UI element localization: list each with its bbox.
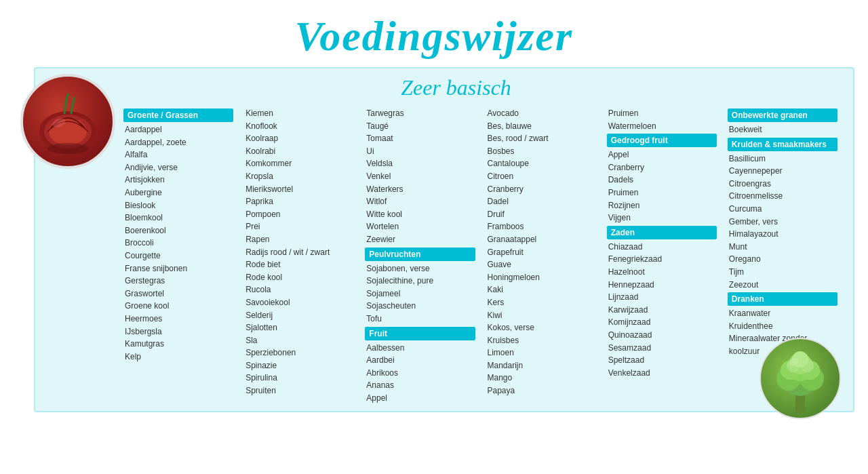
list-item: Grapefruit — [486, 246, 596, 259]
list-item: Aardappel — [123, 123, 233, 136]
list-item: Limoen — [486, 347, 596, 359]
list-item: Hennepzaad — [607, 279, 717, 292]
list-item: Witte kool — [365, 208, 475, 221]
column-4: AvocadoBes, blauweBes, rood / zwartBosbe… — [481, 107, 601, 397]
list-item: Savooiekool — [244, 296, 354, 309]
list-item: Kamutgras — [123, 338, 233, 351]
list-item: Pruimen — [607, 186, 717, 199]
list-item: Aubergine — [123, 186, 233, 199]
page-wrapper: Voedingswijzer Zeer basisch — [0, 0, 868, 474]
list-item: Kropsla — [244, 170, 354, 183]
list-item: Prei — [244, 220, 354, 233]
list-item: Groene kool — [123, 300, 233, 313]
column-5: PruimenWatermeloenGedroogd fruitAppelCra… — [601, 107, 722, 379]
list-item: Appel — [607, 149, 717, 161]
list-item: Granaatappel — [486, 233, 596, 246]
list-item: Veldsla — [365, 157, 475, 170]
list-item: Knoflook — [244, 120, 354, 133]
list-item: Dadel — [486, 195, 596, 208]
category-header: Onbewerkte granen — [728, 108, 837, 122]
list-item: Kers — [486, 296, 596, 309]
list-item: Aalbessen — [365, 342, 475, 355]
list-item: Appel — [365, 392, 475, 405]
list-item: Sesamzaad — [607, 342, 717, 355]
broccoli-decoration — [760, 338, 841, 419]
list-item: Artisjokken — [123, 174, 233, 186]
list-item: Courgette — [123, 250, 233, 262]
list-item: Sperziebonen — [244, 347, 354, 359]
list-item: Tijm — [728, 266, 837, 279]
list-item: Selderij — [244, 309, 354, 322]
list-item: Avocado — [486, 107, 596, 120]
list-item: Kiwi — [486, 309, 596, 322]
list-item: Tomaat — [365, 132, 475, 145]
list-item: Kiemen — [244, 107, 354, 120]
list-item: Broccoli — [123, 237, 233, 250]
list-item: Tarwegras — [365, 107, 475, 120]
list-item: Abrikoos — [365, 367, 475, 380]
list-item: Spruiten — [244, 384, 354, 397]
list-item: Gember, vers — [728, 216, 837, 229]
list-item: Pompoen — [244, 208, 354, 221]
list-item: IJsbergsla — [123, 325, 233, 338]
list-item: Papaya — [486, 384, 596, 397]
list-item: Pruimen — [607, 107, 717, 120]
list-item: Gerstegras — [123, 275, 233, 288]
list-item: Cranberry — [607, 161, 717, 174]
list-item: Alfalfa — [123, 149, 233, 161]
list-item: Sojameel — [365, 288, 475, 300]
list-item: Mango — [486, 372, 596, 384]
list-item: Citroenmelisse — [728, 190, 837, 203]
list-item: Waterkers — [365, 183, 475, 196]
list-item: Zeezout — [728, 279, 837, 292]
category-header: Fruit — [365, 327, 475, 340]
list-item: Koolrabi — [244, 145, 354, 158]
category-header: Dranken — [728, 292, 837, 306]
list-item: Kokos, verse — [486, 321, 596, 334]
list-item: Watermeloen — [607, 120, 717, 133]
list-item: Kruidenthee — [728, 320, 837, 333]
list-item: Speltzaad — [607, 354, 717, 367]
list-item: Druif — [486, 208, 596, 221]
list-item: Radijs rood / wit / zwart — [244, 246, 354, 259]
list-item: Mandarijn — [486, 359, 596, 372]
list-item: Sojalecithine, pure — [365, 275, 475, 288]
list-item: Rozijnen — [607, 199, 717, 212]
list-item: Graswortel — [123, 288, 233, 300]
list-item: Taugé — [365, 120, 475, 133]
list-item: Citroengras — [728, 178, 837, 191]
list-item: Andijvie, verse — [123, 161, 233, 174]
list-item: Dadels — [607, 174, 717, 186]
list-item: Rode kool — [244, 271, 354, 284]
list-item: Aardappel, zoete — [123, 136, 233, 149]
list-item: Fenegriekzaad — [607, 253, 717, 266]
list-item: Mierikswortel — [244, 183, 354, 196]
list-item: Honingmeloen — [486, 271, 596, 284]
list-item: Sjalotten — [244, 321, 354, 334]
list-item: Chiazaad — [607, 241, 717, 254]
columns-wrapper: Groente / GrassenAardappelAardappel, zoe… — [123, 107, 843, 404]
column-3: TarwegrasTaugéTomaatUiVeldslaVenkelWater… — [359, 107, 480, 404]
list-item: Rode biet — [244, 258, 354, 271]
list-item: Kraanwater — [728, 307, 837, 320]
list-item: Basillicum — [728, 153, 837, 165]
list-item: Sojascheuten — [365, 300, 475, 313]
list-item: Paprika — [244, 195, 354, 208]
list-item: Framboos — [486, 220, 596, 233]
list-item: Boerenkool — [123, 224, 233, 237]
list-item: Lijnzaad — [607, 291, 717, 304]
list-item: Aardbei — [365, 354, 475, 367]
list-item: Tofu — [365, 313, 475, 325]
list-item: Kelp — [123, 351, 233, 363]
list-item: Ui — [365, 145, 475, 158]
list-item: Boekweit — [728, 123, 837, 136]
category-header: Zaden — [607, 226, 717, 239]
list-item: Wortelen — [365, 220, 475, 233]
category-header: Kruiden & smaakmakers — [728, 138, 837, 151]
page-title: Voedingswijzer — [0, 12, 868, 60]
onion-decoration — [20, 74, 115, 169]
list-item: Zeewier — [365, 233, 475, 246]
list-item: Bloemkool — [123, 212, 233, 224]
column-1: Groente / GrassenAardappelAardappel, zoe… — [123, 107, 239, 363]
list-item: Kaki — [486, 283, 596, 296]
